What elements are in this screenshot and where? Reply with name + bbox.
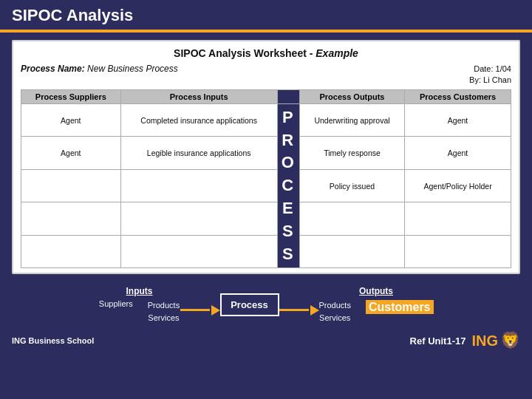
cell-input-4 — [120, 202, 277, 236]
school-label: ING Business School — [12, 336, 94, 345]
cell-customer-1: Agent — [405, 103, 511, 137]
cell-supplier-3 — [21, 169, 121, 202]
cell-customer-4 — [405, 202, 511, 236]
process-name: Process Name: New Business Process — [21, 64, 178, 74]
suppliers-col: Suppliers — [99, 299, 133, 310]
outputs-label: Outputs — [359, 286, 393, 296]
col-outputs: Process Outputs — [299, 89, 404, 103]
products-services: Products Services — [148, 299, 180, 324]
ing-lion-icon: 🦁 — [500, 331, 520, 350]
suppliers-label: Suppliers — [99, 299, 133, 308]
cell-output-5 — [299, 235, 404, 268]
cell-output-1: Underwriting approval — [299, 103, 404, 137]
table-row — [21, 202, 511, 236]
process-column: PROCESS — [277, 103, 299, 268]
footer-right: Ref Unit1-17 ING 🦁 — [410, 331, 520, 350]
header: SIPOC Analysis — [0, 0, 532, 30]
cell-supplier-2: Agent — [21, 137, 121, 170]
products-services-col: Products Services — [148, 299, 180, 324]
customers-label: Customers — [366, 300, 434, 314]
col-inputs: Process Inputs — [120, 89, 277, 103]
outputs-block: Outputs Products Services Customers — [319, 286, 434, 324]
bottom-diagram: Inputs Suppliers Products Services Proce… — [0, 280, 532, 328]
cell-input-2: Legible insurance applications — [120, 137, 277, 170]
page-title: SIPOC Analysis — [12, 6, 520, 25]
col-suppliers: Process Suppliers — [21, 89, 121, 103]
footer: ING Business School Ref Unit1-17 ING 🦁 — [0, 328, 532, 353]
customers-col: Customers — [366, 299, 434, 314]
cell-input-3 — [120, 169, 277, 202]
inputs-label: Inputs — [126, 286, 153, 296]
ref-label: Ref Unit1-17 — [410, 335, 466, 347]
col-customers: Process Customers — [405, 89, 511, 103]
cell-supplier-5 — [21, 235, 121, 268]
worksheet-title: SIPOC Analysis Worksheet - Example — [21, 47, 511, 59]
products2-services2: Products Services — [319, 299, 351, 324]
cell-customer-2: Agent — [405, 137, 511, 170]
ing-logo: ING 🦁 — [471, 331, 520, 350]
table-row — [21, 235, 511, 268]
cell-input-1: Completed insurance applications — [120, 103, 277, 137]
ing-text: ING — [471, 332, 498, 349]
process-box-diagram: Process — [220, 293, 279, 316]
table-row: Policy issued Agent/Policy Holder — [21, 169, 511, 202]
cell-customer-5 — [405, 235, 511, 268]
process-name-row: Process Name: New Business Process Date:… — [21, 64, 511, 86]
cell-output-2: Timely response — [299, 137, 404, 170]
arrow-line-1 — [180, 309, 210, 311]
col-process-header — [277, 89, 299, 103]
products2-services2-col: Products Services — [319, 299, 351, 324]
cell-customer-3: Agent/Policy Holder — [405, 169, 511, 202]
date-by: Date: 1/04 By: Li Chan — [469, 64, 511, 86]
sipoc-table: Process Suppliers Process Inputs Process… — [21, 89, 511, 269]
worksheet-container: SIPOC Analysis Worksheet - Example Proce… — [12, 40, 520, 274]
cell-supplier-4 — [21, 202, 121, 236]
cell-output-4 — [299, 202, 404, 236]
cell-input-5 — [120, 235, 277, 268]
main-content: SIPOC Analysis Worksheet - Example Proce… — [0, 33, 532, 280]
arrow-2 — [279, 305, 319, 316]
arrow-line-2 — [279, 309, 309, 311]
inputs-block: Inputs Suppliers Products Services — [99, 286, 180, 324]
arrow-head-2 — [310, 305, 319, 316]
cell-supplier-1: Agent — [21, 103, 121, 137]
table-row: Agent Legible insurance applications Tim… — [21, 137, 511, 170]
arrow-1 — [180, 305, 220, 316]
table-row: Agent Completed insurance applications P… — [21, 103, 511, 137]
arrow-head-1 — [211, 305, 220, 316]
cell-output-3: Policy issued — [299, 169, 404, 202]
